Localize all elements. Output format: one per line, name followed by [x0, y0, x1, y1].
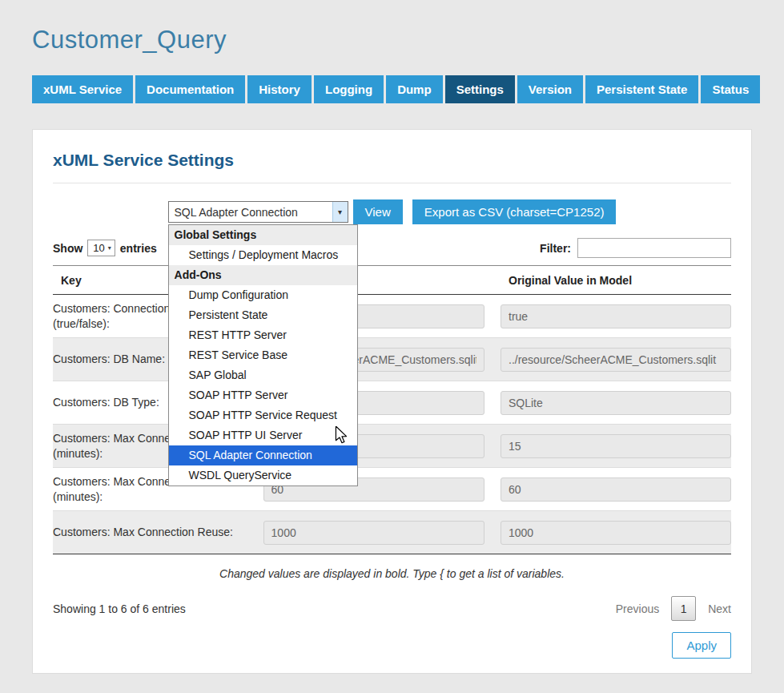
chevron-down-icon: ▾: [332, 202, 348, 222]
page: Customer_Query xUML ServiceDocumentation…: [0, 0, 784, 674]
chevron-down-icon: ▾: [108, 244, 111, 252]
setting-original-cell: [501, 425, 731, 468]
filter-wrap: Filter:: [540, 238, 731, 258]
setting-original-cell: [501, 511, 731, 554]
table-header-row: KeyValueOriginal Value in Model: [53, 266, 731, 295]
previous-button[interactable]: Previous: [616, 602, 659, 615]
dropdown-item-rest-http-server[interactable]: REST HTTP Server: [169, 325, 357, 345]
setting-value-cell: [263, 511, 501, 554]
view-button[interactable]: View: [353, 199, 403, 224]
setting-original-cell: [501, 295, 731, 338]
tab-documentation[interactable]: Documentation: [135, 75, 245, 103]
table-note: Changed values are displayed in bold. Ty…: [53, 567, 731, 580]
dropdown-item-settings-deployment-macros[interactable]: Settings / Deployment Macros: [169, 245, 357, 265]
page-size-value: 10: [93, 242, 104, 254]
dropdown-item-sap-global[interactable]: SAP Global: [169, 365, 357, 385]
card-heading: xUML Service Settings: [53, 151, 731, 170]
category-dropdown: Global SettingsSettings / Deployment Mac…: [168, 224, 358, 486]
export-csv-button[interactable]: Export as CSV (charset=CP1252): [412, 199, 617, 224]
settings-table: KeyValueOriginal Value in Model Customer…: [53, 265, 731, 554]
show-label: Show: [53, 242, 82, 255]
showing-entries-text: Showing 1 to 6 of 6 entries: [53, 602, 186, 615]
dropdown-item-dump-configuration[interactable]: Dump Configuration: [169, 285, 357, 305]
page-title: Customer_Query: [32, 26, 752, 54]
settings-toolbar: SQL Adapter Connection ▾ Global Settings…: [53, 199, 731, 224]
setting-original-input[interactable]: [501, 348, 731, 372]
table-row: Customers: Max Connection Reuse:: [53, 511, 731, 554]
apply-button[interactable]: Apply: [672, 632, 731, 659]
heading-divider: [53, 183, 731, 183]
category-select[interactable]: SQL Adapter Connection ▾: [168, 201, 348, 223]
setting-original-cell: [501, 381, 731, 425]
settings-card: xUML Service Settings SQL Adapter Connec…: [32, 129, 752, 674]
tab-xuml-service[interactable]: xUML Service: [32, 75, 133, 103]
table-row: Customers: Max Connection Age (minutes):: [53, 425, 731, 468]
dropdown-group-add-ons: Add-Ons: [169, 265, 357, 285]
tab-bar: xUML ServiceDocumentationHistoryLoggingD…: [32, 75, 752, 103]
dropdown-item-sql-adapter-connection[interactable]: SQL Adapter Connection: [169, 445, 357, 465]
setting-original-cell: [501, 338, 731, 381]
table-controls: Show 10 ▾ entries Filter:: [53, 238, 731, 258]
column-header-original-value-in-model: Original Value in Model: [501, 266, 731, 295]
dropdown-item-soap-http-service-request[interactable]: SOAP HTTP Service Request: [169, 405, 357, 425]
dropdown-item-wsdl-queryservice[interactable]: WSDL QueryService: [169, 465, 357, 486]
tab-logging[interactable]: Logging: [314, 75, 384, 103]
show-entries: Show 10 ▾ entries: [53, 240, 157, 256]
setting-original-cell: [501, 468, 731, 511]
pagination: Previous 1 Next: [616, 596, 731, 621]
entries-label: entries: [120, 242, 157, 255]
dropdown-item-rest-service-base[interactable]: REST Service Base: [169, 345, 357, 365]
page-size-select[interactable]: 10 ▾: [87, 240, 115, 256]
tab-status[interactable]: Status: [701, 75, 760, 103]
setting-value-input[interactable]: [263, 521, 484, 545]
setting-key: Customers: Max Connection Reuse:: [53, 511, 263, 554]
setting-original-input[interactable]: [501, 477, 731, 502]
category-select-value: SQL Adapter Connection: [175, 206, 298, 219]
tab-history[interactable]: History: [247, 75, 312, 103]
category-select-wrap: SQL Adapter Connection ▾ Global Settings…: [168, 201, 348, 223]
dropdown-item-persistent-state[interactable]: Persistent State: [169, 305, 357, 325]
table-row: Customers: Connection Pool (true/false):: [53, 295, 731, 338]
mouse-cursor-icon: [335, 426, 348, 445]
filter-label: Filter:: [540, 242, 571, 255]
table-row: Customers: DB Type:: [53, 381, 731, 425]
dropdown-group-global-settings: Global Settings: [169, 225, 357, 245]
dropdown-item-soap-http-server[interactable]: SOAP HTTP Server: [169, 385, 357, 405]
filter-input[interactable]: [577, 238, 731, 258]
dropdown-item-soap-http-ui-server[interactable]: SOAP HTTP UI Server: [169, 425, 357, 445]
table-footer: Showing 1 to 6 of 6 entries Previous 1 N…: [53, 596, 731, 621]
table-row: Customers: Max Connection Idle Time (min…: [53, 468, 731, 511]
next-button[interactable]: Next: [708, 602, 731, 615]
tab-dump[interactable]: Dump: [386, 75, 443, 103]
setting-original-input[interactable]: [501, 434, 731, 458]
setting-original-input[interactable]: [501, 304, 731, 328]
setting-original-input[interactable]: [501, 391, 731, 415]
tab-persistent-state[interactable]: Persistent State: [585, 75, 698, 103]
tab-version[interactable]: Version: [517, 75, 583, 103]
apply-row: Apply: [53, 632, 731, 659]
page-number-button[interactable]: 1: [671, 596, 696, 621]
tab-settings[interactable]: Settings: [445, 75, 515, 103]
table-row: Customers: DB Name:: [53, 338, 731, 381]
setting-original-input[interactable]: [501, 521, 731, 545]
